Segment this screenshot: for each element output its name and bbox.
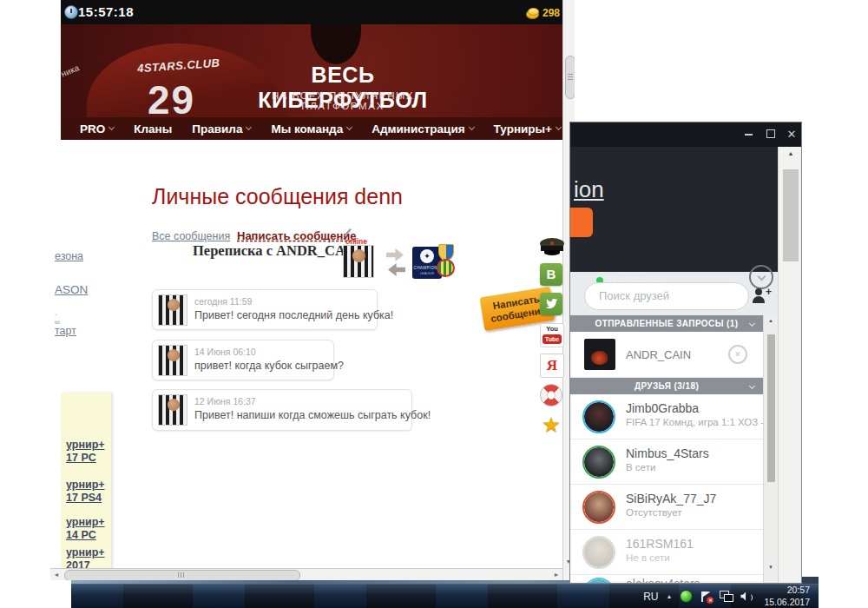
friends-search[interactable]: [584, 282, 749, 310]
nav-item-admin[interactable]: Администрация: [372, 122, 473, 135]
chevron-down-icon: [749, 383, 755, 389]
chevron-down-icon: [469, 124, 475, 130]
desktop: 15:57:18 298 4STARS.CLUB 29 ника ВЕСЬ КИ…: [0, 0, 868, 608]
message-card: 12 Июня 16:37 Привет! напиши когда сможе…: [152, 389, 412, 431]
site-nav: PRO Кланы Правила Мы команда Администрац…: [61, 117, 562, 140]
app-tray-icon[interactable]: [680, 590, 693, 603]
sent-requests-header[interactable]: ОТПРАВЛЕННЫЕ ЗАПРОСЫ (1): [570, 315, 763, 332]
nav-item-rules[interactable]: Правила: [192, 122, 251, 135]
friend-name: ANDR_CAIN: [626, 348, 691, 361]
scrollbar-thumb[interactable]: [767, 334, 775, 482]
tournament-link-14pc[interactable]: урнир+ 14 PC: [66, 516, 109, 542]
friend-row[interactable]: Nimbus_4Stars В сети: [570, 439, 763, 485]
maximize-button[interactable]: [763, 128, 779, 142]
friend-name: 161RSM161: [626, 537, 694, 551]
scroll-up-button[interactable]: ▲: [764, 315, 778, 326]
friend-row[interactable]: Jimb0Grabba FIFA 17 Комнд, игра 1:1 ХОЗ …: [570, 394, 763, 439]
browser-window: 15:57:18 298 4STARS.CLUB 29 ника ВЕСЬ КИ…: [50, 0, 575, 580]
avatar: [584, 339, 615, 370]
chevron-down-icon: [758, 273, 766, 281]
minimize-button[interactable]: [740, 128, 756, 142]
cancel-request-button[interactable]: ✕: [728, 345, 747, 364]
origin-titlebar[interactable]: ✕: [570, 122, 801, 147]
yandex-icon[interactable]: Я: [540, 354, 564, 378]
twitter-icon[interactable]: [540, 293, 562, 315]
close-button[interactable]: ✕: [784, 128, 799, 142]
write-message-link[interactable]: Написать сообщение: [237, 229, 356, 242]
nav-item-pro[interactable]: PRO: [80, 122, 114, 135]
sidebar-link-season[interactable]: езона: [55, 250, 83, 262]
avatar: [582, 400, 615, 433]
scroll-down-button[interactable]: ▼: [764, 562, 778, 572]
scroll-right-button[interactable]: ►: [550, 569, 562, 580]
military-cap-icon[interactable]: [540, 236, 562, 257]
friend-name: SiBiRyAk_77_J7: [626, 492, 716, 506]
origin-window-scrollbar[interactable]: ▲: [778, 147, 802, 584]
nav-item-clans[interactable]: Кланы: [134, 122, 172, 135]
friend-name: aleksey4stars: [626, 577, 700, 584]
site-header-banner: 4STARS.CLUB 29 ника ВЕСЬ КИБЕРФУТБОЛ НА …: [61, 24, 562, 117]
opponent-avatar: [343, 245, 374, 278]
back-arrow-icon: [388, 263, 405, 276]
show-hidden-icons-button[interactable]: ▲: [667, 593, 673, 599]
chevron-down-icon: [246, 124, 252, 130]
message-time: сегодня 11:59: [194, 296, 252, 307]
friends-list-scrollbar[interactable]: ▲ ▼: [763, 315, 778, 584]
scroll-up-button[interactable]: ▲: [779, 150, 802, 156]
friend-status: В сети: [626, 462, 655, 473]
language-indicator[interactable]: RU: [643, 591, 658, 603]
avatar: [582, 491, 615, 524]
browser-horizontal-scrollbar[interactable]: ◄ ►: [50, 568, 562, 580]
site-clock: 15:57:18: [78, 4, 134, 19]
add-friend-icon[interactable]: +: [753, 287, 775, 305]
avatar: [582, 578, 615, 584]
sent-request-row[interactable]: ANDR_CAIN ✕: [570, 332, 763, 377]
scrollbar-thumb[interactable]: [565, 56, 575, 99]
avatar: [158, 294, 187, 326]
scroll-left-button[interactable]: ◄: [50, 569, 62, 580]
origin-header-panel: ion В сети: [570, 147, 801, 272]
friend-status: FIFA 17 Комнд, игра 1:1 ХОЗ - ГО...: [626, 417, 763, 427]
network-icon[interactable]: [720, 591, 733, 602]
origin-logo-fragment: ion: [574, 176, 604, 203]
starball-icon: ✦: [420, 249, 434, 263]
all-messages-link[interactable]: Все сообщения: [152, 230, 230, 242]
friend-row[interactable]: SiBiRyAk_77_J7 Отсутствует: [570, 485, 763, 530]
scrollbar-thumb[interactable]: [783, 169, 799, 261]
chevron-down-icon: [346, 124, 352, 130]
message-text: привет! когда кубок сыграем?: [194, 360, 344, 372]
message-card: сегодня 11:59 Привет! сегодня последний …: [152, 289, 378, 330]
tournament-link-17pc[interactable]: урнир+ 17 PC: [66, 439, 109, 465]
avatar: [582, 446, 615, 479]
avatar: [582, 536, 615, 569]
friends-header[interactable]: ДРУЗЬЯ (3/18): [570, 378, 763, 394]
nav-item-tournaments[interactable]: Турниры+: [494, 122, 561, 135]
friend-row[interactable]: 161RSM161 Не в сети: [570, 530, 763, 575]
vk-icon[interactable]: B: [540, 263, 562, 286]
youtube-icon[interactable]: You Tube: [540, 323, 564, 347]
site-subtitle: НА ВСЕХ ПОПУЛЯРНЫХ ПЛАТФОРМАХ: [243, 90, 443, 111]
chevron-down-icon: [556, 124, 562, 130]
message-text: Привет! сегодня последний день кубка!: [194, 309, 393, 321]
origin-window: ✕ ion В сети ▲ + ОТПРАВЛЕННЫЕ ЗАПРОСЫ (1…: [569, 122, 802, 584]
sidebar-link-start[interactable]: тарт: [55, 325, 76, 337]
origin-orange-tab: [570, 208, 593, 237]
taskbar-clock[interactable]: 20:57 15.06.2017: [764, 585, 810, 607]
star-icon[interactable]: ★: [540, 414, 562, 435]
friend-row[interactable]: aleksey4stars: [570, 575, 763, 584]
sidebar-fragment: - ы: [55, 311, 60, 327]
volume-icon[interactable]: [740, 591, 753, 602]
sidebar-link-season-en[interactable]: ASON: [55, 283, 88, 296]
message-card: 14 Июня 06:10 привет! когда кубок сыграе…: [152, 340, 334, 380]
scrollbar-thumb[interactable]: [64, 570, 300, 580]
avatar: [158, 345, 187, 376]
nav-item-team[interactable]: Мы команда: [271, 122, 352, 135]
lifebuoy-icon[interactable]: [540, 384, 562, 406]
tournament-link-17ps4[interactable]: урнир+ 17 PS4: [66, 479, 109, 505]
friends-search-input[interactable]: [597, 288, 740, 303]
system-tray: RU ▲ ✕ 20:57 15.06.2017: [643, 585, 810, 608]
clock-icon: [64, 5, 78, 19]
action-center-icon[interactable]: ✕: [700, 591, 712, 603]
coin-balance: 298: [542, 7, 560, 19]
page-title: Личные сообщения denn: [152, 184, 403, 209]
